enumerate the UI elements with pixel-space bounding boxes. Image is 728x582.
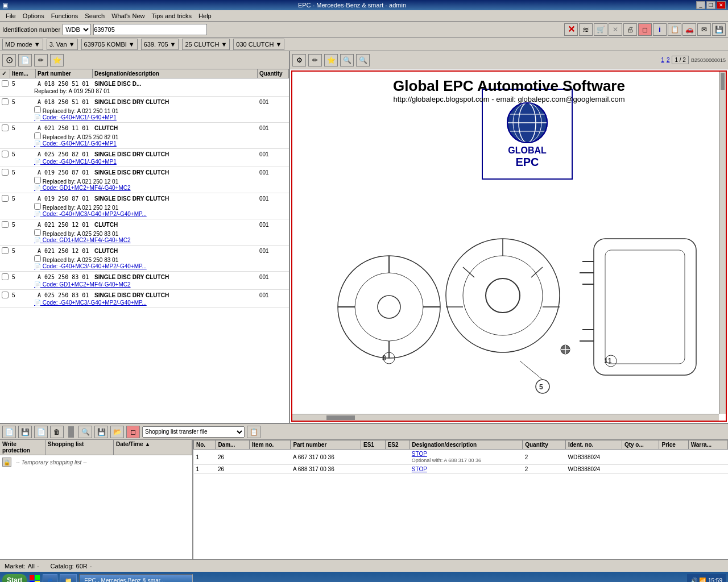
- md-mode-dropdown[interactable]: MD mode ▼: [2, 39, 43, 50]
- cart-button[interactable]: 🛒: [594, 23, 607, 36]
- row-checkbox[interactable]: [2, 247, 9, 254]
- item-cell: 5: [10, 169, 36, 176]
- right-edit-icon[interactable]: ✏: [308, 54, 322, 66]
- mail-button[interactable]: ✉: [697, 23, 711, 36]
- menu-help[interactable]: Help: [195, 11, 215, 20]
- bottom-save-icon[interactable]: 💾: [18, 426, 32, 438]
- replaced-checkbox[interactable]: [34, 203, 41, 210]
- diagram-area: Global EPC Automotive Software http://gl…: [291, 70, 727, 422]
- es2-cell: [385, 465, 410, 474]
- delete-button[interactable]: ✕: [564, 23, 578, 36]
- code-link[interactable]: 📄 Code: -G40+MC1/-G40+MP1: [34, 140, 117, 147]
- menu-tips[interactable]: Tips and tricks: [148, 11, 196, 20]
- code-link[interactable]: 📄 Code: GD1+MC2+MF4/-G40+MC2: [34, 281, 131, 288]
- bottom-list-icon[interactable]: 📋: [247, 426, 260, 438]
- scrollbar-thumb-h[interactable]: [326, 415, 355, 420]
- menu-options[interactable]: Options: [19, 11, 48, 20]
- bottom-eraser-icon[interactable]: ◻: [126, 426, 140, 438]
- cross-button[interactable]: ✕: [609, 23, 622, 36]
- page-2-link[interactable]: 2: [667, 57, 670, 63]
- info-button[interactable]: i: [653, 23, 667, 36]
- table-row: 5 A 019 250 87 01 SINGLE DISC DRY CLUTCH…: [0, 193, 289, 219]
- row-checkbox[interactable]: [2, 124, 9, 131]
- shopping-list-select[interactable]: Shopping list transfer file: [142, 426, 245, 438]
- code-link[interactable]: 📄 Code: -G40+MC3/-G40+MP2/-G40+MP...: [34, 300, 147, 306]
- favorite-icon[interactable]: ⭐: [50, 54, 64, 66]
- eraser-button[interactable]: ◻: [638, 23, 652, 36]
- code-link[interactable]: 📄 Code: -G40+MC3/-G40+MP2/-G40+MP...: [34, 263, 147, 269]
- shopping-list-item[interactable]: -- Temporary shopping list --: [14, 458, 89, 467]
- menu-file[interactable]: File: [2, 11, 19, 20]
- item-cell: 5: [10, 98, 36, 106]
- print-button[interactable]: 🖨: [623, 23, 637, 36]
- logo-global: GLOBAL: [508, 146, 547, 156]
- clutch25-dropdown[interactable]: 25 CLUTCH ▼: [182, 39, 230, 50]
- code-link[interactable]: 📄 Code: -G40+MC1/-G40+MP1: [34, 159, 117, 165]
- book-button[interactable]: 📋: [668, 23, 681, 36]
- row-checkbox[interactable]: [2, 221, 9, 228]
- bottom-delete-icon[interactable]: 🗑: [50, 426, 64, 438]
- menu-search[interactable]: Search: [81, 11, 108, 20]
- bottom-copy-icon[interactable]: 📄: [2, 426, 16, 438]
- page-1-link[interactable]: 1: [661, 57, 664, 63]
- row-checkbox[interactable]: [2, 195, 9, 202]
- vertical-scrollbar[interactable]: [719, 72, 726, 414]
- code-link[interactable]: 📄 Code: GD1+MC2+MF4/-G40+MC2: [34, 185, 131, 191]
- replaced-checkbox[interactable]: [34, 106, 41, 113]
- code-link[interactable]: 📄 Code: -G40+MC1/-G40+MP1: [34, 114, 117, 120]
- svg-point-16: [486, 278, 520, 313]
- minimize-button[interactable]: _: [696, 1, 705, 9]
- id-input[interactable]: [93, 24, 207, 35]
- bottom-toolbar: 📄 💾 📄 🗑 🔍 💾 📂 ◻ Shopping list transfer f…: [0, 424, 728, 440]
- menu-whats-new[interactable]: What's New: [108, 11, 148, 20]
- qty-cell: [258, 83, 289, 84]
- replaced-checkbox[interactable]: [34, 255, 41, 262]
- watermark-url: http://globalepc.blogspot.com - email: g…: [292, 95, 726, 103]
- partnum-cell: A 018 250 51 01: [36, 80, 93, 88]
- logo-epc: EPC: [515, 156, 539, 169]
- row-checkbox[interactable]: [2, 169, 9, 176]
- bottom-open-icon[interactable]: 📂: [110, 426, 124, 438]
- right-zoom-out-icon[interactable]: 🔍: [356, 54, 370, 66]
- page-id: B25030000015: [691, 57, 726, 63]
- table-row: 1 26 A 688 317 00 36 STOP 2 WDB388024: [194, 465, 728, 474]
- wave-button[interactable]: ≋: [579, 23, 593, 36]
- row-checkbox[interactable]: [2, 292, 9, 298]
- horizontal-scrollbar[interactable]: [292, 414, 719, 421]
- clutch030-dropdown[interactable]: 030 CLUTCH ▼: [233, 39, 284, 50]
- restore-button[interactable]: ❐: [706, 1, 715, 9]
- code-link[interactable]: 📄 Code: -G40+MC3/-G40+MP2/-G40+MP...: [34, 211, 147, 217]
- bottom-transfer-icon[interactable]: 💾: [94, 426, 108, 438]
- edit-icon[interactable]: ✏: [34, 54, 48, 66]
- steering-wheel-icon[interactable]: ⊙: [2, 54, 16, 66]
- row-checkbox[interactable]: [2, 151, 9, 157]
- kombi-dropdown[interactable]: 639705 KOMBI ▼: [81, 39, 138, 50]
- van-dropdown[interactable]: 3. Van ▼: [47, 39, 78, 50]
- stop-link[interactable]: STOP: [412, 451, 427, 457]
- qty-cell: 001: [258, 151, 289, 158]
- row-checkbox[interactable]: [2, 80, 9, 87]
- model-dropdown[interactable]: 639. 705 ▼: [141, 39, 179, 50]
- row-checkbox[interactable]: [2, 273, 9, 280]
- close-button[interactable]: ✕: [717, 1, 726, 9]
- save-button[interactable]: 💾: [712, 23, 726, 36]
- bottom-doc-icon[interactable]: 📄: [34, 426, 48, 438]
- partnum-cell: A 019 250 87 01: [36, 195, 93, 202]
- car-button[interactable]: 🚗: [682, 23, 696, 36]
- replaced-checkbox[interactable]: [34, 132, 41, 139]
- code-link[interactable]: 📄 Code: GD1+MC2+MF4/-G40+MC2: [34, 237, 131, 243]
- menu-functions[interactable]: Functions: [48, 11, 82, 20]
- bottom-search-icon[interactable]: 🔍: [78, 426, 92, 438]
- replaced-checkbox[interactable]: [34, 177, 41, 184]
- copy-icon[interactable]: 📄: [18, 54, 32, 66]
- prefix-select[interactable]: WDB: [63, 24, 91, 35]
- row-checkbox[interactable]: [2, 98, 9, 105]
- svg-point-8: [355, 273, 423, 341]
- right-gear-icon[interactable]: ⚙: [292, 54, 306, 66]
- right-star-icon[interactable]: ⭐: [324, 54, 338, 66]
- part-cell: A 667 317 00 36: [291, 450, 361, 465]
- right-zoom-in-icon[interactable]: 🔍: [340, 54, 354, 66]
- replaced-checkbox[interactable]: [34, 229, 41, 236]
- stop-link[interactable]: STOP: [412, 466, 427, 472]
- main-content: ⊙ 📄 ✏ ⭐ ✓ Item... Part number Designatio…: [0, 51, 728, 423]
